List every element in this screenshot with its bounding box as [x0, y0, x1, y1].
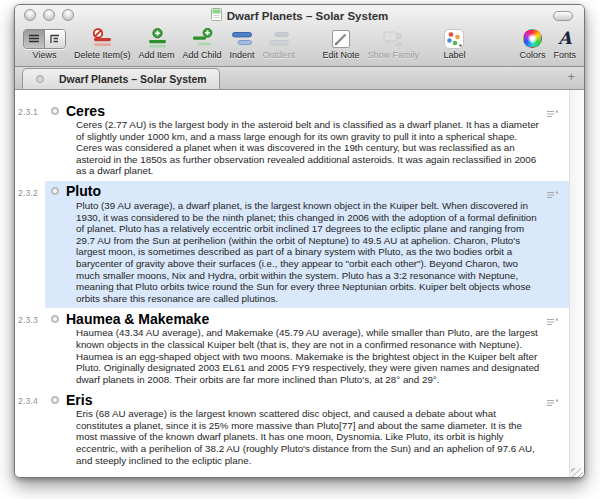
outline-item-ceres[interactable]: 2.3.1 Ceres Ceres (2.77 AU) is the large…	[15, 100, 569, 181]
item-head: Haumea & Makemake	[51, 310, 561, 327]
item-bullet[interactable]	[51, 396, 59, 404]
outdent-icon	[267, 27, 291, 50]
item-head: Ceres	[51, 102, 561, 119]
item-main[interactable]: Pluto Pluto (39 AU average), a dwarf pla…	[45, 181, 569, 308]
outline-items: 2.3.1 Ceres Ceres (2.77 AU) is the large…	[15, 100, 569, 470]
edit-note-button[interactable]: Edit Note	[323, 27, 360, 60]
resize-grip[interactable]	[571, 468, 583, 478]
note-indicator-icon[interactable]	[546, 393, 559, 411]
label-icon	[443, 27, 465, 50]
item-number: 2.3.3	[15, 308, 45, 389]
item-title[interactable]: Haumea & Makemake	[66, 311, 209, 327]
outline-item-haumea-makemake[interactable]: 2.3.3 Haumea & Makemake Haumea (43.34 AU…	[15, 308, 569, 389]
outline-view-button[interactable]	[44, 30, 65, 48]
window-chrome: Dwarf Planets – Solar System	[15, 5, 584, 67]
tab-close-icon[interactable]	[36, 75, 44, 83]
add-item-button[interactable]: Add Item	[139, 27, 175, 60]
label-button[interactable]: Label	[443, 27, 465, 60]
screenshot-root: Dwarf Planets – Solar System	[0, 0, 600, 499]
views-label: Views	[33, 50, 57, 60]
vertical-scrollbar[interactable]	[569, 90, 584, 478]
tab-bar: Dwarf Planets – Solar System +	[15, 67, 584, 90]
item-main[interactable]: Eris Eris (68 AU average) is the largest…	[45, 389, 569, 470]
title-area: Dwarf Planets – Solar System	[15, 5, 584, 26]
fonts-button[interactable]: A Fonts	[553, 27, 576, 60]
fonts-icon: A	[558, 27, 571, 50]
item-head: Pluto	[51, 183, 561, 200]
toolbar-toggle-button[interactable]	[553, 11, 573, 21]
item-title[interactable]: Pluto	[66, 183, 101, 199]
tab-label: Dwarf Planets – Solar System	[59, 73, 207, 85]
window-title: Dwarf Planets – Solar System	[227, 10, 389, 22]
outline-view-icon	[49, 33, 61, 45]
delete-item-button[interactable]: Delete Item(s)	[74, 27, 131, 60]
views-control: Views	[23, 27, 66, 60]
outdent-button: Outdent	[263, 27, 295, 60]
note-indicator-icon[interactable]	[546, 185, 559, 203]
views-segmented-control	[23, 29, 66, 49]
indent-icon	[230, 27, 254, 50]
document-icon	[211, 7, 222, 25]
item-number: 2.3.4	[15, 389, 45, 470]
list-view-icon	[28, 33, 40, 45]
note-indicator-icon[interactable]	[546, 312, 559, 330]
item-number: 2.3.1	[15, 100, 45, 181]
show-family-icon	[381, 27, 405, 50]
add-child-button[interactable]: Add Child	[183, 27, 222, 60]
item-main[interactable]: Haumea & Makemake Haumea (43.34 AU avera…	[45, 308, 569, 389]
list-view-button[interactable]	[24, 30, 44, 48]
app-window: Dwarf Planets – Solar System	[14, 4, 585, 478]
item-body[interactable]: Pluto (39 AU average), a dwarf planet, i…	[76, 200, 561, 304]
add-child-icon	[190, 27, 214, 50]
views-icons	[23, 27, 66, 50]
add-item-icon	[145, 27, 169, 50]
item-number: 2.3.2	[15, 181, 45, 308]
item-bullet[interactable]	[51, 187, 59, 195]
item-head: Eris	[51, 391, 561, 408]
item-body[interactable]: Haumea (43.34 AU average), and Makemake …	[76, 327, 561, 385]
outline-item-eris[interactable]: 2.3.4 Eris Eris (68 AU average) is the l…	[15, 389, 569, 470]
toolbar: Views Delete Item(s) Add Item	[15, 26, 584, 66]
item-title[interactable]: Eris	[66, 392, 92, 408]
edit-note-icon	[330, 27, 352, 50]
delete-item-icon	[90, 27, 114, 50]
item-bullet[interactable]	[51, 315, 59, 323]
item-title[interactable]: Ceres	[66, 103, 105, 119]
colors-icon	[523, 27, 542, 50]
indent-button[interactable]: Indent	[230, 27, 255, 60]
outline-view[interactable]: 2.3.1 Ceres Ceres (2.77 AU) is the large…	[15, 90, 584, 478]
item-body[interactable]: Ceres (2.77 AU) is the largest body in t…	[76, 119, 561, 177]
new-tab-button[interactable]: +	[567, 69, 575, 85]
show-family-button: Show Family	[368, 27, 420, 60]
item-bullet[interactable]	[51, 107, 59, 115]
window-titlebar[interactable]: Dwarf Planets – Solar System	[15, 5, 584, 26]
item-main[interactable]: Ceres Ceres (2.77 AU) is the largest bod…	[45, 100, 569, 181]
outline-item-pluto[interactable]: 2.3.2 Pluto Pluto (39 AU average), a dwa…	[15, 181, 569, 308]
item-body[interactable]: Eris (68 AU average) is the largest know…	[76, 408, 561, 466]
colors-button[interactable]: Colors	[519, 27, 545, 60]
tab-dwarf-planets[interactable]: Dwarf Planets – Solar System	[22, 68, 220, 89]
note-indicator-icon[interactable]	[546, 104, 559, 122]
